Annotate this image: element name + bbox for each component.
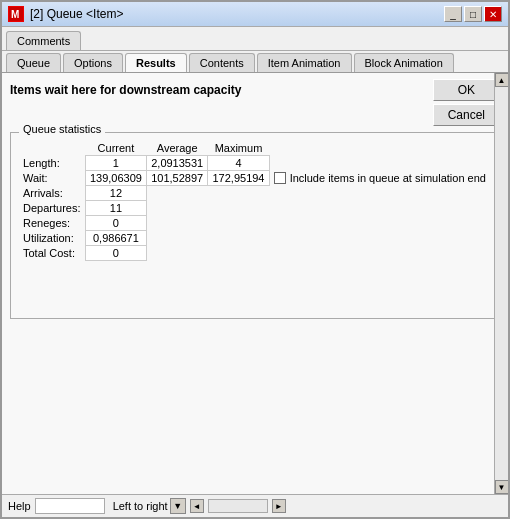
tab-item-animation[interactable]: Item Animation xyxy=(257,53,352,72)
main-window: M [2] Queue <Item> _ □ ✕ Comments Queue … xyxy=(0,0,510,519)
table-row: Wait: 139,06309 101,52897 172,95194 Incl… xyxy=(19,171,491,186)
departures-extra xyxy=(269,201,491,216)
include-items-row: Include items in queue at simulation end xyxy=(274,172,487,184)
maximize-button[interactable]: □ xyxy=(464,6,482,22)
table-row: Departures: 11 xyxy=(19,201,491,216)
scroll-down-button[interactable]: ▼ xyxy=(495,480,509,494)
tab-results[interactable]: Results xyxy=(125,53,187,72)
spacer xyxy=(10,319,500,488)
utilization-average xyxy=(147,231,208,246)
vertical-scrollbar[interactable]: ▲ ▼ xyxy=(494,73,508,494)
hscroll-left-button[interactable]: ◄ xyxy=(190,499,204,513)
hscroll-right-button[interactable]: ► xyxy=(272,499,286,513)
utilization-current: 0,986671 xyxy=(85,231,146,246)
table-row: Total Cost: 0 xyxy=(19,246,491,261)
arrivals-current: 12 xyxy=(85,186,146,201)
hscroll-track[interactable] xyxy=(208,499,268,513)
tab-contents[interactable]: Contents xyxy=(189,53,255,72)
scroll-up-button[interactable]: ▲ xyxy=(495,73,509,87)
ok-button[interactable]: OK xyxy=(433,79,500,101)
tab-comments[interactable]: Comments xyxy=(6,31,81,50)
title-bar: M [2] Queue <Item> _ □ ✕ xyxy=(2,2,508,27)
window-controls: _ □ ✕ xyxy=(444,6,502,22)
row-label-utilization: Utilization: xyxy=(19,231,85,246)
departures-current: 11 xyxy=(85,201,146,216)
totalcost-maximum xyxy=(208,246,269,261)
length-current: 1 xyxy=(85,156,146,171)
row-label-arrivals: Arrivals: xyxy=(19,186,85,201)
departures-average xyxy=(147,201,208,216)
col-header-maximum: Maximum xyxy=(208,141,269,156)
wait-checkbox-cell: Include items in queue at simulation end xyxy=(269,171,491,186)
status-bar: Help Left to right ▼ ◄ ► xyxy=(2,494,508,517)
include-items-checkbox[interactable] xyxy=(274,172,286,184)
action-buttons: OK Cancel xyxy=(433,79,500,126)
top-tab-row: Comments xyxy=(2,27,508,51)
row-label-reneges: Reneges: xyxy=(19,216,85,231)
wait-maximum: 172,95194 xyxy=(208,171,269,186)
header-text: Items wait here for downstream capacity xyxy=(10,79,241,97)
tab-block-animation[interactable]: Block Animation xyxy=(354,53,454,72)
tab-queue[interactable]: Queue xyxy=(6,53,61,72)
departures-maximum xyxy=(208,201,269,216)
cancel-button[interactable]: Cancel xyxy=(433,104,500,126)
row-label-totalcost: Total Cost: xyxy=(19,246,85,261)
help-input[interactable] xyxy=(35,498,105,514)
table-row: Reneges: 0 xyxy=(19,216,491,231)
col-header-extra xyxy=(269,141,491,156)
table-row: Utilization: 0,986671 xyxy=(19,231,491,246)
table-row: Length: 1 2,0913531 4 xyxy=(19,156,491,171)
arrivals-extra xyxy=(269,186,491,201)
direction-text: Left to right xyxy=(113,500,168,512)
totalcost-current: 0 xyxy=(85,246,146,261)
svg-text:M: M xyxy=(11,9,19,20)
reneges-average xyxy=(147,216,208,231)
minimize-button[interactable]: _ xyxy=(444,6,462,22)
reneges-extra xyxy=(269,216,491,231)
utilization-extra xyxy=(269,231,491,246)
direction-dropdown: Left to right ▼ xyxy=(113,498,186,514)
statistics-group: Queue statistics Current Average Maximum… xyxy=(10,132,500,319)
content-area: Items wait here for downstream capacity … xyxy=(2,73,508,494)
totalcost-extra xyxy=(269,246,491,261)
table-row: Arrivals: 12 xyxy=(19,186,491,201)
length-average: 2,0913531 xyxy=(147,156,208,171)
col-header-average: Average xyxy=(147,141,208,156)
wait-current: 139,06309 xyxy=(85,171,146,186)
length-extra xyxy=(269,156,491,171)
statistics-legend: Queue statistics xyxy=(19,123,105,135)
row-label-wait: Wait: xyxy=(19,171,85,186)
close-button[interactable]: ✕ xyxy=(484,6,502,22)
main-tab-row: Queue Options Results Contents Item Anim… xyxy=(2,51,508,73)
wait-average: 101,52897 xyxy=(147,171,208,186)
col-header-current: Current xyxy=(85,141,146,156)
arrivals-maximum xyxy=(208,186,269,201)
row-label-departures: Departures: xyxy=(19,201,85,216)
header-row: Items wait here for downstream capacity … xyxy=(10,79,500,126)
utilization-maximum xyxy=(208,231,269,246)
window-title: [2] Queue <Item> xyxy=(30,7,438,21)
length-maximum: 4 xyxy=(208,156,269,171)
reneges-maximum xyxy=(208,216,269,231)
scroll-track[interactable] xyxy=(495,87,508,480)
reneges-current: 0 xyxy=(85,216,146,231)
arrivals-average xyxy=(147,186,208,201)
include-items-label: Include items in queue at simulation end xyxy=(290,172,486,184)
direction-dropdown-arrow[interactable]: ▼ xyxy=(170,498,186,514)
statistics-table: Current Average Maximum Length: 1 2,0913… xyxy=(19,141,491,261)
totalcost-average xyxy=(147,246,208,261)
help-label: Help xyxy=(8,500,31,512)
app-icon: M xyxy=(8,6,24,22)
row-label-length: Length: xyxy=(19,156,85,171)
col-header-label xyxy=(19,141,85,156)
tab-options[interactable]: Options xyxy=(63,53,123,72)
